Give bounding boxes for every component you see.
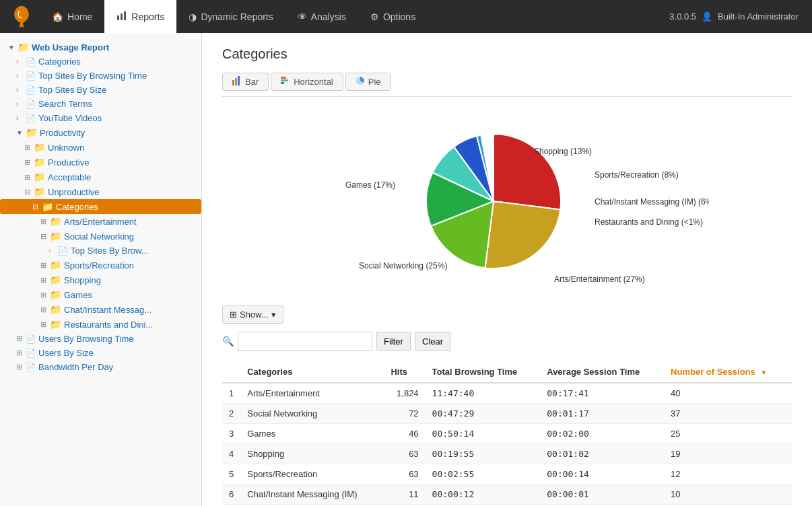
page-title: Categories [222,46,792,62]
sidebar-item-top-sites-browsing[interactable]: › 📄 Top Sites By Browsing Time [0,69,201,83]
cell-sessions: 12 [664,464,792,484]
folder-icon: 📁 [50,216,61,227]
sidebar-item-unknown[interactable]: ⊞ 📁 Unknown [0,140,201,155]
sidebar-item-shopping[interactable]: ⊞ 📁 Shopping [0,273,201,287]
filter-input[interactable] [238,332,372,351]
sidebar-item-productive[interactable]: ⊞ 📁 Productive [0,155,201,170]
nav-dynamic-reports[interactable]: ◑ Dynamic Reports [176,0,285,33]
logo [7,0,36,33]
doc-icon: 📄 [26,363,36,372]
cell-category: Arts/Entertainment [240,383,384,404]
clear-button[interactable]: Clear [415,332,450,351]
sidebar-item-web-usage-report[interactable]: ▼ 📁 Web Usage Report [0,40,201,55]
grid-icon: ⊞ [230,310,237,320]
sidebar-item-users-browsing[interactable]: ⊞ 📄 Users By Browsing Time [0,332,201,346]
sidebar-item-unproductive[interactable]: ⊟ 📁 Unproductive [0,184,201,199]
plus-icon: ⊞ [40,305,47,314]
sidebar-item-label: Users By Browsing Time [38,334,134,344]
dropdown-arrow-icon: ▾ [271,310,276,320]
toggle-icon: › [16,72,23,79]
sidebar-item-search-terms[interactable]: › 📄 Search Terms [0,97,201,111]
sidebar-item-chat[interactable]: ⊞ 📁 Chat/Instant Messag... [0,302,201,317]
cell-hits: 46 [384,424,425,444]
tab-pie[interactable]: Pie [345,73,391,91]
cell-sessions: 19 [664,444,792,464]
sidebar-item-label: Games [64,290,92,300]
svg-rect-8 [281,82,284,84]
col-hits-header[interactable]: Hits [384,361,425,383]
version-label: 3.0.0.5 [669,11,696,22]
dynamic-reports-icon: ◑ [189,11,197,22]
sidebar-item-top-sites-brow[interactable]: › 📄 Top Sites By Brow... [0,244,201,258]
sidebar-item-sports[interactable]: ⊞ 📁 Sports/Recreation [0,258,201,273]
cell-num: 5 [222,464,240,484]
tab-horizontal-label: Horizontal [294,77,333,87]
svg-rect-5 [238,76,240,85]
col-avg-time-header[interactable]: Average Session Time [540,361,664,383]
sidebar-item-label: Productivity [40,128,85,138]
sidebar-item-games[interactable]: ⊞ 📁 Games [0,287,201,302]
folder-icon: 📁 [34,142,45,153]
nav-options[interactable]: ⚙ Options [358,0,428,33]
cell-num: 1 [222,383,240,404]
folder-icon: 📁 [34,186,45,197]
cell-hits: 72 [384,404,425,424]
col-num-header [222,361,240,383]
cell-category: Chat/Instant Messaging (IM) [240,484,384,505]
col-sessions-header[interactable]: Number of Sessions ▼ [664,361,792,383]
sidebar-item-top-sites-size[interactable]: › 📄 Top Sites By Size [0,83,201,97]
toggle-icon: › [16,86,23,94]
sort-arrow-icon: ▼ [760,369,767,376]
cell-total-time: 00:19:55 [426,444,541,464]
toggle-icon: › [16,114,23,122]
sidebar-item-label: Unknown [48,143,84,153]
sidebar-item-bandwidth[interactable]: ⊞ 📄 Bandwidth Per Day [0,360,201,374]
sidebar-item-acceptable[interactable]: ⊞ 📁 Acceptable [0,170,201,184]
show-dropdown[interactable]: ⊞ Show... ▾ [222,305,283,324]
nav-reports[interactable]: Reports [104,0,176,33]
col-total-time-header[interactable]: Total Browsing Time [426,361,541,383]
folder-icon: 📁 [50,275,61,285]
cell-total-time: 11:47:40 [426,383,541,404]
nav-analysis-label: Analysis [311,11,346,22]
sidebar-item-label: Sports/Recreation [64,260,134,270]
minus-icon: ⊟ [24,188,31,196]
sidebar-item-label: Top Sites By Browsing Time [38,71,147,81]
user-icon: 👤 [702,11,712,22]
sidebar-item-youtube[interactable]: › 📄 YouTube Videos [0,111,201,125]
tab-bar[interactable]: Bar [222,73,269,91]
plus-icon: ⊞ [40,276,47,285]
table-row: 4 Shopping 63 00:19:55 00:01:02 19 [222,444,792,464]
sidebar-item-categories[interactable]: › 📄 Categories [0,55,201,69]
cell-num: 3 [222,424,240,444]
sidebar-item-categories-active[interactable]: ⊟ 📁 Categories [0,199,201,214]
top-nav: 🏠 Home Reports ◑ Dynamic Reports 👁 Analy… [0,0,812,33]
sidebar-item-label: Bandwidth Per Day [38,362,113,372]
folder-icon: 📁 [26,127,37,138]
nav-home-label: Home [67,11,92,22]
sidebar-item-restaurants[interactable]: ⊞ 📁 Restaurants and Dini... [0,317,201,332]
sidebar-item-arts[interactable]: ⊞ 📁 Arts/Entertainment [0,214,201,229]
col-category-header[interactable]: Categories [240,361,384,383]
cell-avg-time: 00:00:01 [540,484,664,505]
plus-icon: ⊞ [16,334,23,343]
cell-num: 4 [222,444,240,464]
table-row: 5 Sports/Recreation 63 00:02:55 00:00:14… [222,464,792,484]
nav-home[interactable]: 🏠 Home [40,0,104,33]
toggle-icon: › [16,58,23,65]
svg-rect-3 [232,80,234,85]
tab-horizontal[interactable]: Horizontal [271,73,343,91]
cell-category: Games [240,424,384,444]
sidebar-item-social-networking[interactable]: ⊟ 📁 Social Networking [0,229,201,244]
sidebar-item-label: Categories [56,202,98,212]
options-icon: ⚙ [370,11,379,22]
layout: ▼ 📁 Web Usage Report › 📄 Categories › 📄 … [0,33,812,506]
sidebar-item-users-size[interactable]: ⊞ 📄 Users By Size [0,346,201,360]
cell-total-time: 00:00:12 [426,484,541,505]
nav-analysis[interactable]: 👁 Analysis [285,0,358,33]
sidebar-item-productivity[interactable]: ▼ 📁 Productivity [0,125,201,140]
tab-pie-label: Pie [368,77,381,87]
filter-button[interactable]: Filter [376,332,411,351]
plus-icon: ⊞ [16,349,23,357]
sidebar-item-label: Acceptable [48,172,91,182]
